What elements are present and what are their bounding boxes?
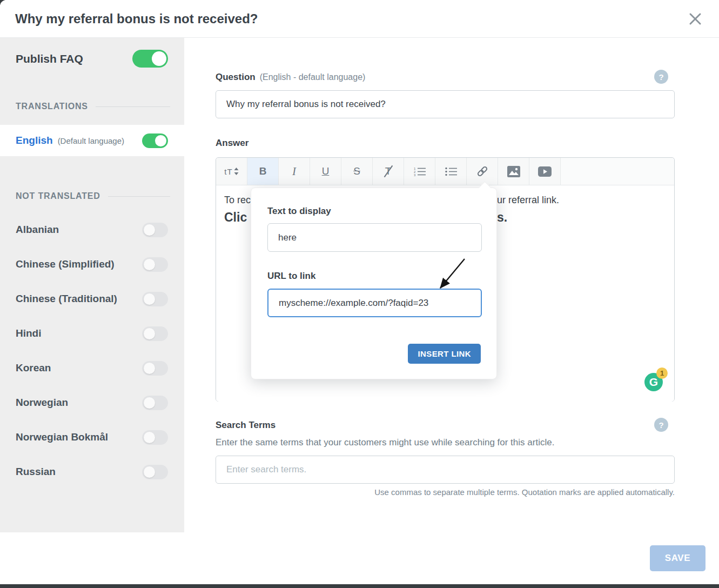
language-name: Hindi bbox=[16, 328, 42, 339]
toggle-knob bbox=[144, 293, 155, 305]
language-toggle-albanian[interactable] bbox=[142, 223, 168, 237]
translations-heading-row: TRANSLATIONS bbox=[0, 102, 184, 111]
language-name: Korean bbox=[16, 362, 51, 374]
search-terms-label: Search Terms bbox=[216, 420, 275, 431]
link-icon bbox=[476, 165, 488, 177]
sidebar-item-russian[interactable]: Russian bbox=[0, 455, 184, 489]
grammarly-widget[interactable]: G 1 bbox=[644, 373, 664, 392]
modal-footer: SAVE bbox=[0, 532, 719, 584]
answer-text-fragment: To rec bbox=[224, 195, 251, 206]
font-size-caret-icon bbox=[234, 168, 239, 175]
sidebar-item-hindi[interactable]: Hindi bbox=[0, 316, 184, 351]
answer-text-fragment-bold: s. bbox=[497, 210, 507, 225]
toggle-knob bbox=[155, 135, 166, 146]
question-help-icon[interactable]: ? bbox=[654, 70, 668, 84]
question-input[interactable] bbox=[216, 90, 675, 118]
close-icon bbox=[688, 12, 702, 26]
answer-text-fragment: ur referral link. bbox=[497, 195, 559, 206]
video-icon bbox=[538, 166, 552, 177]
toggle-knob bbox=[144, 466, 155, 478]
language-toggle-norwegian-bokmal[interactable] bbox=[142, 430, 168, 445]
ordered-list-button[interactable]: 1 2 3 bbox=[404, 158, 435, 185]
toggle-knob bbox=[152, 51, 166, 66]
save-button[interactable]: SAVE bbox=[650, 545, 705, 571]
heading-rule bbox=[96, 106, 170, 107]
language-toggle-chinese-traditional[interactable] bbox=[142, 292, 168, 306]
insert-video-button[interactable] bbox=[529, 158, 561, 185]
language-name: Norwegian bbox=[16, 397, 68, 409]
sidebar-item-norwegian[interactable]: Norwegian bbox=[0, 385, 184, 420]
toggle-knob bbox=[144, 363, 155, 374]
publish-faq-toggle[interactable] bbox=[132, 50, 168, 68]
clear-formatting-button[interactable]: T bbox=[373, 158, 404, 185]
insert-link-button[interactable] bbox=[467, 158, 498, 185]
question-label-note: (English - default language) bbox=[260, 72, 366, 82]
modal-title: Why my referral bonus is not received? bbox=[15, 11, 687, 26]
toggle-knob bbox=[144, 259, 155, 270]
insert-link-confirm-button[interactable]: INSERT LINK bbox=[408, 344, 481, 364]
toggle-knob bbox=[144, 328, 155, 339]
search-terms-input[interactable] bbox=[216, 456, 675, 484]
sidebar-item-chinese-traditional[interactable]: Chinese (Traditional) bbox=[0, 282, 184, 316]
font-size-button[interactable]: tT bbox=[216, 158, 247, 185]
default-language-note: (Default language) bbox=[58, 136, 142, 145]
italic-icon: I bbox=[292, 165, 296, 178]
underline-icon: U bbox=[322, 165, 330, 177]
svg-text:3: 3 bbox=[414, 173, 416, 177]
language-name: Norwegian Bokmål bbox=[16, 431, 108, 443]
font-size-icon: tT bbox=[224, 167, 232, 176]
language-toggle-hindi[interactable] bbox=[142, 326, 168, 341]
modal-header: Why my referral bonus is not received? bbox=[0, 0, 719, 38]
italic-button[interactable]: I bbox=[279, 158, 310, 185]
sidebar-item-english[interactable]: English (Default language) bbox=[0, 125, 184, 156]
url-to-link-label: URL to link bbox=[267, 271, 315, 282]
language-name: Albanian bbox=[16, 224, 59, 236]
insert-image-button[interactable] bbox=[498, 158, 529, 185]
question-label: Question bbox=[216, 72, 256, 83]
answer-text-fragment-bold: Clic bbox=[224, 210, 247, 225]
toggle-knob bbox=[144, 397, 155, 409]
search-terms-help-icon[interactable]: ? bbox=[654, 418, 668, 432]
language-name-english: English bbox=[16, 135, 53, 146]
sidebar-item-korean[interactable]: Korean bbox=[0, 351, 184, 385]
ordered-list-icon: 1 2 3 bbox=[414, 166, 426, 176]
toggle-knob bbox=[144, 224, 155, 236]
strikethrough-button[interactable]: S bbox=[341, 158, 373, 185]
bold-button[interactable]: B bbox=[247, 158, 279, 185]
faq-edit-modal: Why my referral bonus is not received? P… bbox=[0, 0, 719, 584]
language-name: Chinese (Traditional) bbox=[16, 293, 117, 305]
not-translated-heading-row: NOT TRANSLATED bbox=[0, 191, 184, 201]
unordered-list-icon bbox=[445, 166, 457, 176]
publish-faq-row: Publish FAQ bbox=[0, 50, 184, 68]
language-toggle-english[interactable] bbox=[142, 133, 168, 148]
publish-faq-label: Publish FAQ bbox=[16, 52, 83, 65]
heading-rule bbox=[108, 196, 170, 197]
editor-toolbar: tT B I U bbox=[216, 158, 674, 185]
language-list: Albanian Chinese (Simplified) Chinese (T… bbox=[0, 212, 184, 489]
sidebar-item-norwegian-bokmal[interactable]: Norwegian Bokmål bbox=[0, 420, 184, 455]
bold-icon: B bbox=[259, 165, 267, 177]
answer-label-row: Answer bbox=[216, 138, 248, 149]
language-name: Chinese (Simplified) bbox=[16, 258, 115, 270]
language-toggle-norwegian[interactable] bbox=[142, 396, 168, 410]
search-terms-description: Enter the same terms that your customers… bbox=[216, 437, 554, 448]
answer-label: Answer bbox=[216, 138, 248, 149]
unordered-list-button[interactable] bbox=[435, 158, 467, 185]
language-toggle-korean[interactable] bbox=[142, 361, 168, 376]
toggle-knob bbox=[144, 432, 155, 443]
text-to-display-label: Text to display bbox=[267, 206, 331, 217]
language-toggle-russian[interactable] bbox=[142, 465, 168, 479]
language-toggle-chinese-simplified[interactable] bbox=[142, 257, 168, 272]
search-terms-label-row: Search Terms bbox=[216, 420, 275, 431]
sidebar-item-chinese-simplified[interactable]: Chinese (Simplified) bbox=[0, 247, 184, 282]
grammarly-badge: 1 bbox=[656, 368, 668, 379]
text-to-display-input[interactable] bbox=[267, 223, 482, 252]
strikethrough-icon: S bbox=[353, 165, 360, 177]
language-name: Russian bbox=[16, 466, 56, 478]
url-to-link-input[interactable] bbox=[267, 289, 482, 317]
close-button[interactable] bbox=[687, 10, 704, 28]
translations-heading: TRANSLATIONS bbox=[16, 102, 88, 111]
search-terms-hint: Use commas to separate multiple terms. Q… bbox=[216, 487, 675, 497]
underline-button[interactable]: U bbox=[310, 158, 341, 185]
sidebar-item-albanian[interactable]: Albanian bbox=[0, 212, 184, 247]
